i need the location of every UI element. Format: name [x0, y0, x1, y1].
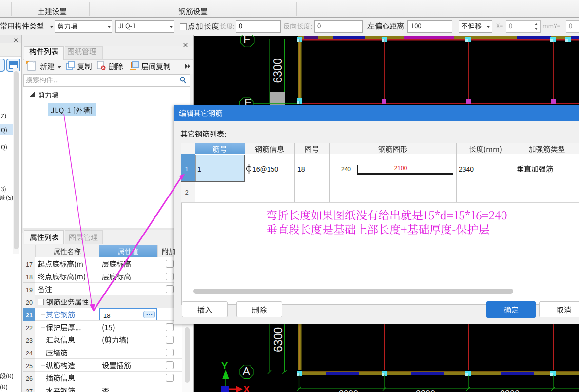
svg-text:2100: 2100 [394, 165, 407, 172]
svg-text:27: 27 [26, 388, 33, 392]
svg-text:25: 25 [26, 363, 33, 370]
svg-text:18: 18 [297, 165, 305, 173]
svg-text:23: 23 [26, 337, 33, 344]
svg-text:18: 18 [103, 312, 110, 319]
svg-text:20: 20 [26, 299, 33, 306]
svg-text:1: 1 [197, 165, 201, 173]
svg-text:1: 1 [185, 165, 188, 173]
svg-text:2: 2 [185, 189, 188, 196]
svg-text:22: 22 [26, 325, 33, 332]
svg-text:26: 26 [26, 375, 33, 382]
svg-text:2340: 2340 [459, 165, 474, 173]
svg-text:19: 19 [26, 287, 33, 294]
svg-text:240: 240 [341, 166, 351, 173]
svg-text:18: 18 [26, 274, 33, 281]
svg-text:17: 17 [26, 261, 33, 268]
svg-text:16@150: 16@150 [252, 165, 278, 173]
svg-text:21: 21 [26, 312, 33, 319]
svg-text:24: 24 [26, 350, 33, 357]
